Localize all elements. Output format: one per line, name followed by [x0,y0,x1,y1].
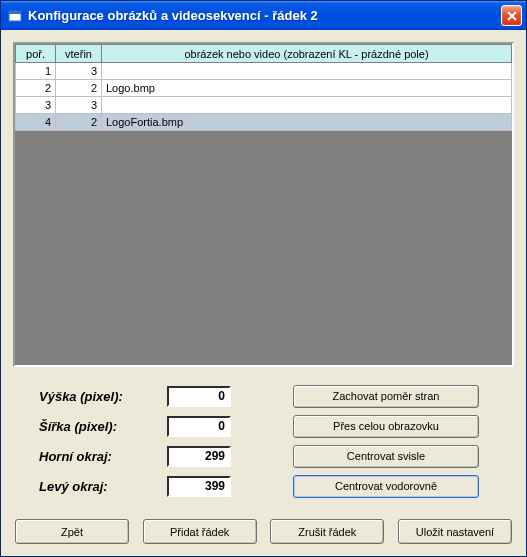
cell-por[interactable]: 2 [16,80,56,97]
left-margin-label: Levý okraj: [39,479,167,494]
center-horizontal-button[interactable]: Centrovat vodorovně [293,475,479,498]
col-sec: vteřin [56,45,102,63]
cell-sec[interactable]: 2 [56,114,102,131]
cell-por[interactable]: 3 [16,97,56,114]
height-input[interactable] [167,386,231,407]
width-label: Šířka (pixel): [39,419,167,434]
width-input[interactable] [167,416,231,437]
table-row[interactable]: 13 [16,63,512,80]
fullscreen-button[interactable]: Přes celou obrazovku [293,415,479,438]
left-margin-input[interactable] [167,476,231,497]
media-table[interactable]: poř. vteřin obrázek nebo video (zobrazen… [15,44,512,131]
height-label: Výška (pixel): [39,389,167,404]
cell-sec[interactable]: 3 [56,63,102,80]
close-button[interactable] [501,5,522,26]
center-vertical-button[interactable]: Centrovat svisle [293,445,479,468]
button-bar: Zpět Přidat řádek Zrušit řádek Uložit na… [13,519,514,544]
client-area: poř. vteřin obrázek nebo video (zobrazen… [1,30,526,556]
cell-sec[interactable]: 2 [56,80,102,97]
cell-file[interactable]: LogoFortia.bmp [102,114,512,131]
top-margin-input[interactable] [167,446,231,467]
save-button[interactable]: Uložit nastavení [398,519,512,544]
cell-por[interactable]: 1 [16,63,56,80]
back-button[interactable]: Zpět [15,519,129,544]
table-row[interactable]: 42LogoFortia.bmp [16,114,512,131]
col-file: obrázek nebo video (zobrazení KL - prázd… [102,45,512,63]
grid-panel: poř. vteřin obrázek nebo video (zobrazen… [13,42,514,367]
window-title: Konfigurace obrázků a videosekvencí - řá… [28,8,501,23]
top-margin-label: Horní okraj: [39,449,167,464]
dialog-window: Konfigurace obrázků a videosekvencí - řá… [0,0,527,557]
keep-ratio-button[interactable]: Zachovat poměr stran [293,385,479,408]
app-icon [7,8,23,24]
titlebar: Konfigurace obrázků a videosekvencí - řá… [1,1,526,30]
delete-row-button[interactable]: Zrušit řádek [270,519,384,544]
svg-rect-1 [9,11,21,14]
cell-file[interactable] [102,63,512,80]
table-row[interactable]: 22Logo.bmp [16,80,512,97]
cell-file[interactable] [102,97,512,114]
form-area: Výška (pixel): Zachovat poměr stran Šířk… [13,381,514,501]
cell-file[interactable]: Logo.bmp [102,80,512,97]
add-row-button[interactable]: Přidat řádek [143,519,257,544]
cell-sec[interactable]: 3 [56,97,102,114]
col-por: poř. [16,45,56,63]
cell-por[interactable]: 4 [16,114,56,131]
table-row[interactable]: 33 [16,97,512,114]
